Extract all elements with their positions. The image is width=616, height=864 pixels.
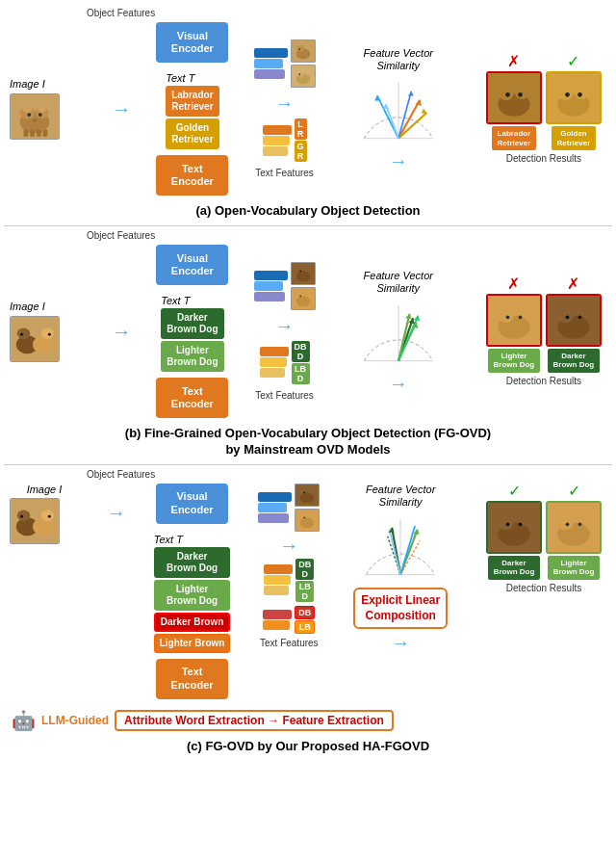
det-item-lighter-b: ✗ LighterBrown Dog — [486, 276, 542, 373]
attr-tfl-db-c: DB — [295, 606, 315, 619]
svg-point-7 — [38, 113, 42, 117]
det-label-lighter-c: LighterBrown Dog — [548, 556, 601, 580]
svg-point-109 — [566, 522, 570, 526]
arrow-to-visual-enc-b: → — [112, 322, 131, 341]
text-feat-bar-yw2-b — [260, 368, 285, 378]
text-encoder-c: TextEncoder — [156, 659, 228, 699]
svg-point-72 — [519, 315, 523, 319]
tag-lighter-attr-c: Lighter Brown — [154, 634, 231, 653]
obj-feat-c — [258, 484, 320, 532]
det-item-darker-b: ✗ DarkerBrown Dog — [546, 276, 602, 373]
detection-col-a: ✗ LabradorRetriever ✓ GoldenRetriever — [481, 54, 606, 164]
section-a: Object Features Image I — [4, 8, 612, 220]
svg-point-44 — [578, 92, 582, 97]
svg-marker-31 — [374, 95, 380, 100]
det-row-b: ✗ LighterBrown Dog ✗ DarkerBrown Dog — [486, 276, 602, 373]
svg-point-6 — [27, 113, 31, 117]
arrow-mid-c: → — [279, 536, 298, 555]
feat-bar-blue2-b — [254, 281, 283, 291]
det-row-c: ✓ DarkerBrown Dog ✓ LighterBrown Dog — [486, 484, 602, 580]
det-label-lighter-b: LighterBrown Dog — [488, 349, 541, 373]
text-t-label-c: Text T — [154, 534, 231, 545]
tag-lighter-c: LighterBrown Dog — [154, 580, 231, 611]
feat-bars-b — [254, 271, 288, 301]
attr-tfl-c: DB LB — [295, 606, 315, 634]
llm-label: LLM-Guided — [41, 714, 109, 727]
det-label-darker-b: DarkerBrown Dog — [548, 349, 601, 373]
det-img-darker-c — [486, 501, 542, 554]
features-col-c: → DBD LBD — [258, 484, 320, 648]
tfl-db-b: DBD — [292, 341, 310, 362]
arrow-to-det-c: → — [391, 633, 410, 652]
svg-point-86 — [300, 492, 315, 503]
svg-point-20 — [298, 73, 300, 75]
svg-point-84 — [48, 514, 51, 517]
svg-point-81 — [20, 514, 23, 517]
dog-image-a — [10, 93, 60, 140]
svg-point-54 — [299, 270, 301, 272]
visual-encoder-a: VisualEncoder — [156, 22, 228, 63]
text-feat-bar-or-a — [263, 125, 292, 135]
dog-image-c — [10, 498, 60, 544]
section-c-flow: Image I → VisualEncoder — [4, 480, 612, 703]
check-green-lighter-c: ✓ — [568, 484, 580, 499]
det-img-golden — [546, 71, 602, 124]
text-feat-a: LR GR — [263, 118, 307, 162]
det-img-lighter-c — [546, 501, 602, 554]
divider-ab — [4, 225, 612, 226]
tag-lighter-b: LighterBrown Dog — [161, 341, 223, 372]
text-input-col-a: Text T LabradorRetriever GoldenRetriever — [166, 72, 218, 149]
tfl-lb-c: LBD — [295, 581, 314, 602]
svg-point-49 — [33, 335, 55, 353]
det-img-labrador — [486, 71, 542, 124]
feat-bar-blue2-a — [254, 59, 283, 68]
tfl-b: DBD LBD — [292, 341, 310, 384]
arrow-to-visual-enc-c: → — [107, 503, 126, 522]
det-label-darker-c: DarkerBrown Dog — [488, 556, 541, 580]
obj-feat-a — [254, 39, 316, 88]
svg-point-38 — [518, 92, 523, 97]
text-feat-bar-ye-c — [264, 575, 291, 585]
dog-image-b — [10, 316, 60, 362]
svg-rect-11 — [37, 129, 41, 137]
tfl-lr-a: LR — [295, 118, 307, 140]
svg-point-77 — [578, 315, 582, 319]
svg-point-108 — [557, 515, 574, 530]
det-results-label-a: Detection Results — [506, 153, 581, 164]
attr-feat-bar-r-c — [263, 610, 292, 619]
text-t-label-b: Text T — [161, 295, 223, 306]
main-diagram: Object Features Image I — [0, 0, 616, 767]
check-red-lighter-b: ✗ — [507, 276, 520, 292]
dog-thumb1-c — [295, 484, 320, 507]
detection-col-b: ✗ LighterBrown Dog ✗ DarkerBrown Dog — [481, 276, 606, 386]
det-results-label-b: Detection Results — [506, 376, 581, 386]
attr-feat-bars-c — [263, 610, 292, 630]
svg-point-35 — [498, 86, 514, 100]
svg-point-51 — [48, 333, 51, 336]
arrow-to-det-b: → — [389, 374, 408, 393]
svg-point-104 — [506, 522, 510, 526]
svg-line-27 — [385, 104, 398, 139]
pipeline-box: Attribute Word Extraction → Feature Extr… — [115, 710, 394, 731]
check-green-a: ✓ — [567, 54, 579, 69]
svg-line-98 — [390, 530, 401, 575]
text-feat-c: DBD LBD — [264, 559, 314, 602]
svg-rect-9 — [24, 129, 29, 137]
svg-marker-30 — [408, 92, 414, 96]
image-label-b: Image I — [10, 301, 45, 312]
text-feat-bar-ye-a — [263, 136, 290, 145]
det-label-golden-a: GoldenRetriever — [552, 126, 597, 150]
text-t-label-a: Text T — [166, 72, 218, 84]
text-feat-label-a: Text Features — [255, 168, 314, 178]
tfl-c: DBD LBD — [295, 559, 314, 602]
svg-point-43 — [565, 92, 570, 97]
tfl-lb-b: LBD — [292, 363, 310, 384]
text-feat-b: DBD LBD — [260, 341, 310, 384]
attr-feat-bar-o-c — [263, 620, 290, 630]
obj-features-label-c: Object Features — [87, 469, 155, 480]
feat-bars-c — [258, 492, 292, 523]
svg-point-71 — [506, 315, 510, 319]
svg-point-50 — [41, 327, 54, 339]
section-a-top-labels: Object Features — [4, 8, 612, 18]
section-b-flow: Image I → — [4, 241, 612, 422]
